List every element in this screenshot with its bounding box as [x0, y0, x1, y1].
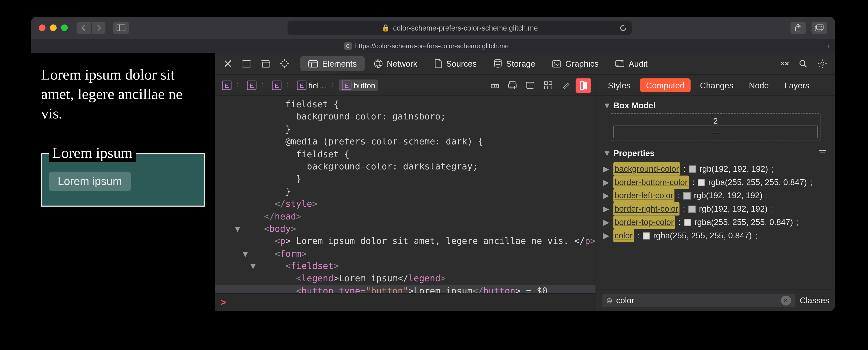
prop-row[interactable]: ▶background-color:rgb(192, 192, 192); — [603, 162, 828, 175]
svg-rect-35 — [549, 82, 552, 84]
dom-line[interactable]: fieldset { — [215, 98, 596, 111]
dom-line[interactable]: <legend>Lorem ipsum</legend> — [215, 272, 596, 285]
color-swatch[interactable] — [643, 232, 650, 239]
tab-sources-label: Sources — [446, 59, 477, 68]
svg-line-23 — [804, 65, 807, 67]
target-icon[interactable] — [276, 56, 293, 71]
forward-button[interactable] — [91, 22, 105, 34]
prop-row[interactable]: ▶border-bottom-color:rgba(255, 255, 255,… — [603, 175, 828, 189]
tab-elements[interactable]: Elements — [301, 56, 365, 71]
box-model-value: — — [615, 127, 816, 137]
filter-input-wrap[interactable]: ⊜ ✕ — [602, 294, 795, 307]
elements-panel: E〉 E〉 E〉 Efiel…〉 Ebutton — [215, 75, 596, 311]
lock-icon: 🔒 — [381, 24, 390, 32]
tab-network[interactable]: Network — [366, 56, 425, 71]
dom-line[interactable]: fieldset { — [215, 148, 596, 161]
dom-line[interactable]: } — [215, 185, 596, 198]
dom-line[interactable]: } — [215, 123, 596, 136]
dom-line-selected[interactable]: <button type="button">Lorem ipsum</butto… — [215, 285, 596, 293]
console-strip[interactable]: > — [215, 293, 596, 311]
breadcrumb[interactable]: E〉 E〉 E〉 Efiel…〉 Ebutton — [219, 80, 485, 91]
browser-title-bar: 🔒 color-scheme-prefers-color-scheme.glit… — [31, 17, 835, 39]
dom-line[interactable]: </head> — [215, 210, 596, 223]
color-swatch[interactable] — [684, 219, 691, 226]
svg-rect-32 — [526, 82, 534, 88]
sidebar-toggle-button[interactable] — [113, 22, 129, 34]
dom-tree[interactable]: fieldset { background-color: gainsboro; … — [215, 96, 596, 293]
svg-rect-30 — [508, 84, 516, 87]
svg-rect-38 — [580, 81, 583, 89]
tab-sources[interactable]: Sources — [426, 56, 485, 71]
svg-rect-0 — [117, 25, 125, 31]
dom-line[interactable]: <p> Lorem ipsum dolor sit amet, legere a… — [215, 235, 596, 247]
dom-line[interactable]: ▼ <fieldset> — [215, 260, 596, 272]
search-button[interactable] — [795, 56, 811, 71]
filter-settings-icon[interactable] — [816, 147, 828, 159]
tab-storage[interactable]: Storage — [486, 56, 543, 71]
tab-styles[interactable]: Styles — [602, 78, 637, 92]
svg-rect-8 — [263, 62, 270, 67]
box-model-diagram[interactable]: 2 — — [611, 113, 820, 141]
dom-line[interactable]: background-color: darkslategray; — [215, 161, 596, 173]
tabs-overview-button[interactable] — [811, 22, 827, 34]
dom-line[interactable]: </style> — [215, 198, 596, 210]
tab-favicon: C — [344, 42, 352, 50]
filter-input[interactable] — [616, 295, 777, 305]
tab-layers[interactable]: Layers — [778, 78, 815, 92]
tab-changes[interactable]: Changes — [694, 78, 740, 92]
tab-graphics[interactable]: Graphics — [544, 56, 606, 71]
color-swatch[interactable] — [689, 166, 696, 173]
reload-button[interactable] — [619, 24, 627, 32]
tab-node[interactable]: Node — [743, 78, 775, 92]
svg-rect-36 — [544, 86, 547, 89]
window-icon[interactable] — [522, 78, 538, 92]
devtools-panel: Elements Network Sources Storage — [215, 53, 835, 311]
box-model-heading: Box Model — [613, 100, 655, 110]
tab-audit-label: Audit — [628, 59, 648, 68]
close-window-button[interactable] — [39, 25, 45, 31]
chevron-down-icon[interactable]: ▼ — [603, 100, 610, 110]
svg-point-18 — [495, 59, 501, 62]
dom-line[interactable]: } — [215, 173, 596, 185]
inspector-panel: Styles Computed Changes Node Layers ▼ Bo… — [596, 75, 835, 311]
more-tabs-button[interactable] — [776, 56, 793, 71]
tab-audit[interactable]: Audit — [608, 56, 655, 71]
address-bar[interactable]: 🔒 color-scheme-prefers-color-scheme.glit… — [288, 21, 632, 35]
compositing-icon[interactable] — [576, 78, 591, 92]
crumb-button: button — [354, 81, 375, 90]
svg-rect-4 — [816, 25, 823, 30]
chevron-down-icon[interactable]: ▼ — [603, 148, 610, 157]
dom-line[interactable]: ▼ <form> — [215, 248, 596, 260]
dom-line[interactable]: ▼ <body> — [215, 223, 596, 235]
print-icon[interactable] — [505, 78, 520, 92]
dom-line[interactable]: background-color: gainsboro; — [215, 111, 596, 123]
dock-side-icon[interactable] — [257, 56, 274, 71]
color-swatch[interactable] — [683, 192, 691, 199]
settings-button[interactable] — [814, 56, 830, 71]
prop-row[interactable]: ▶border-top-color:rgba(255, 255, 255, 0.… — [603, 216, 828, 229]
dock-bottom-icon[interactable] — [238, 56, 255, 71]
close-devtools-button[interactable] — [219, 56, 236, 71]
clear-filter-button[interactable]: ✕ — [781, 295, 791, 305]
paint-icon[interactable] — [558, 78, 574, 92]
prop-row[interactable]: ▶border-right-color:rgb(192, 192, 192); — [603, 202, 828, 216]
share-button[interactable] — [790, 22, 806, 34]
dom-line[interactable]: @media (prefers-color-scheme: dark) { — [215, 136, 596, 148]
current-tab[interactable]: C https://color-scheme-prefers-color-sch… — [31, 42, 822, 50]
tab-computed[interactable]: Computed — [640, 78, 691, 92]
ruler-icon[interactable] — [487, 78, 502, 92]
svg-rect-34 — [544, 82, 547, 84]
minimize-window-button[interactable] — [50, 25, 57, 31]
back-button[interactable] — [77, 22, 91, 34]
page-button[interactable]: Lorem ipsum — [49, 172, 131, 191]
prop-row[interactable]: ▶border-left-color:rgb(192, 192, 192); — [603, 189, 828, 202]
svg-rect-29 — [510, 82, 515, 84]
grid-icon[interactable] — [540, 78, 556, 92]
prop-row[interactable]: ▶color:rgba(255, 255, 255, 0.847); — [603, 229, 828, 242]
new-tab-button[interactable]: + — [822, 42, 835, 50]
svg-rect-37 — [549, 86, 552, 89]
classes-button[interactable]: Classes — [800, 295, 829, 305]
color-swatch[interactable] — [698, 178, 705, 186]
color-swatch[interactable] — [688, 205, 696, 213]
zoom-window-button[interactable] — [61, 25, 68, 31]
